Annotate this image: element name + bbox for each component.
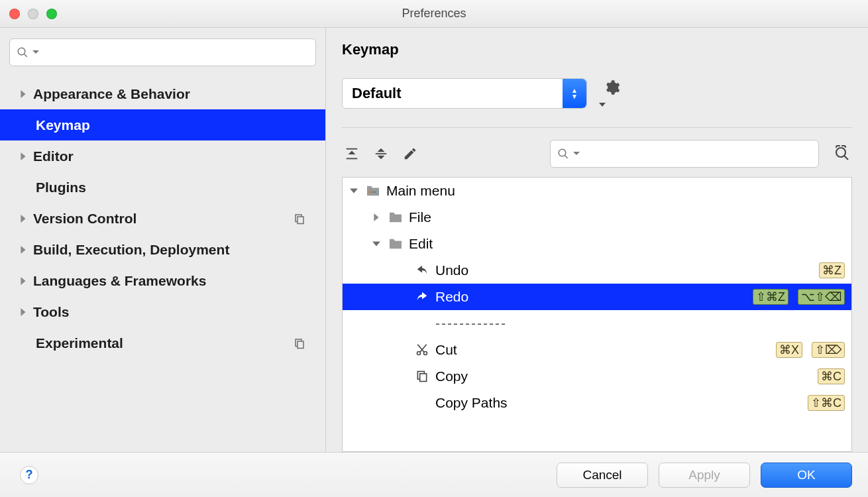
divider	[342, 127, 852, 128]
redo-icon	[414, 291, 430, 303]
expand-all-button[interactable]	[342, 144, 362, 164]
gear-icon	[603, 79, 620, 96]
scheme-overlay-icon	[294, 213, 305, 225]
expand-arrow-icon	[348, 187, 360, 195]
sidebar-item-label: Build, Execution, Deployment	[33, 242, 229, 258]
copy-icon	[414, 370, 430, 383]
sidebar-item-appearance[interactable]: Appearance & Behavior	[0, 78, 325, 109]
expand-arrow-icon	[370, 240, 382, 248]
expand-arrow-icon	[16, 90, 30, 98]
svg-rect-1	[298, 217, 303, 224]
keymap-panel: Keymap Default ▲▼	[326, 28, 868, 452]
search-icon	[557, 148, 569, 160]
cut-icon	[414, 343, 430, 357]
sidebar-item-editor[interactable]: Editor	[0, 140, 325, 172]
sidebar-item-build[interactable]: Build, Execution, Deployment	[0, 234, 325, 265]
tree-action-copy[interactable]: Copy ⌘C	[343, 363, 851, 390]
action-search-input[interactable]	[550, 140, 819, 168]
svg-rect-6	[376, 153, 387, 154]
sidebar-item-version-control[interactable]: Version Control	[0, 203, 325, 234]
sidebar-item-label: Languages & Frameworks	[33, 273, 206, 289]
settings-categories: Appearance & Behavior Keymap Editor Plug…	[0, 73, 325, 452]
sidebar-item-label: Experimental	[36, 335, 123, 351]
action-search-field[interactable]	[584, 147, 812, 161]
tree-action-label: Copy	[435, 368, 468, 384]
help-button[interactable]: ?	[20, 466, 38, 484]
find-shortcut-icon	[834, 145, 852, 162]
sidebar-item-experimental[interactable]: Experimental	[0, 327, 325, 359]
folder-icon	[388, 211, 404, 223]
expand-arrow-icon	[16, 308, 30, 316]
settings-search-input[interactable]	[9, 38, 316, 66]
expand-arrow-icon	[16, 152, 30, 160]
chevron-down-icon	[599, 103, 606, 108]
minimize-window-button[interactable]	[28, 9, 38, 19]
expand-arrow-icon	[16, 215, 30, 223]
expand-arrow-icon	[16, 277, 30, 285]
pencil-icon	[403, 146, 417, 161]
tree-action-label: Redo	[435, 289, 468, 305]
tree-node-main-menu[interactable]: Main menu	[343, 178, 851, 204]
svg-rect-10	[374, 192, 376, 193]
scheme-actions-button[interactable]	[603, 79, 620, 108]
tree-action-copy-paths[interactable]: Copy Paths ⇧⌘C	[343, 390, 851, 416]
undo-icon	[414, 264, 430, 276]
shortcut-badge: ⌥⇧⌫	[798, 289, 845, 305]
expand-arrow-icon	[16, 246, 30, 254]
shortcut-badge: ⌘X	[776, 342, 802, 358]
title-bar: Preferences	[0, 0, 868, 28]
sidebar-item-label: Plugins	[36, 180, 86, 195]
cancel-button[interactable]: Cancel	[557, 463, 648, 488]
sidebar-item-label: Tools	[33, 304, 69, 320]
sidebar-item-keymap[interactable]: Keymap	[0, 109, 325, 140]
scheme-overlay-icon	[294, 337, 305, 349]
folder-icon	[388, 238, 404, 250]
search-icon	[17, 46, 28, 58]
settings-search-field[interactable]	[43, 46, 309, 60]
tree-action-label: Cut	[435, 342, 457, 358]
keymap-scheme-value: Default	[352, 85, 402, 102]
sidebar-item-tools[interactable]: Tools	[0, 296, 325, 327]
svg-rect-4	[347, 148, 358, 150]
tree-node-edit[interactable]: Edit	[343, 231, 851, 257]
dialog-footer: ? Cancel Apply OK	[0, 452, 868, 497]
dropdown-arrows-icon: ▲▼	[563, 79, 586, 108]
sidebar-item-label: Editor	[33, 148, 74, 164]
tree-action-label: ------------	[435, 315, 507, 331]
svg-rect-14	[420, 374, 427, 382]
tree-action-cut[interactable]: Cut ⌘X ⇧⌦	[343, 337, 851, 363]
ok-button[interactable]: OK	[761, 463, 852, 488]
window-title: Preferences	[0, 7, 868, 21]
tree-node-file[interactable]: File	[343, 204, 851, 231]
zoom-window-button[interactable]	[46, 9, 57, 19]
sidebar-item-plugins[interactable]: Plugins	[0, 172, 325, 203]
svg-rect-3	[298, 341, 303, 349]
close-window-button[interactable]	[9, 9, 20, 19]
chevron-down-icon	[573, 150, 580, 157]
chevron-down-icon	[32, 49, 39, 56]
svg-point-12	[424, 352, 427, 355]
keymap-tree[interactable]: Main menu File Edit Undo ⌘Z	[342, 177, 852, 452]
tree-action-label: Undo	[435, 262, 468, 278]
keymap-scheme-dropdown[interactable]: Default ▲▼	[342, 78, 587, 109]
tree-node-label: Edit	[409, 236, 433, 252]
find-by-shortcut-button[interactable]	[834, 145, 852, 162]
panel-heading: Keymap	[342, 41, 852, 58]
tree-action-undo[interactable]: Undo ⌘Z	[343, 257, 851, 284]
shortcut-badge: ⇧⌦	[812, 342, 845, 358]
sidebar-item-languages[interactable]: Languages & Frameworks	[0, 265, 325, 296]
sidebar-item-label: Version Control	[33, 211, 136, 227]
tree-action-redo[interactable]: Redo ⇧⌘Z ⌥⇧⌫	[343, 284, 851, 310]
expand-arrow-icon	[370, 213, 382, 221]
shortcut-badge: ⇧⌘C	[808, 395, 845, 411]
edit-shortcut-button[interactable]	[400, 144, 420, 164]
settings-sidebar: Appearance & Behavior Keymap Editor Plug…	[0, 28, 326, 452]
sidebar-item-label: Appearance & Behavior	[33, 86, 190, 102]
collapse-all-button[interactable]	[371, 144, 391, 164]
menu-folder-icon	[365, 185, 381, 197]
apply-button[interactable]: Apply	[659, 463, 750, 488]
svg-rect-9	[372, 192, 374, 193]
collapse-all-icon	[374, 146, 388, 161]
tree-node-label: Main menu	[386, 183, 455, 199]
sidebar-item-label: Keymap	[36, 117, 90, 133]
